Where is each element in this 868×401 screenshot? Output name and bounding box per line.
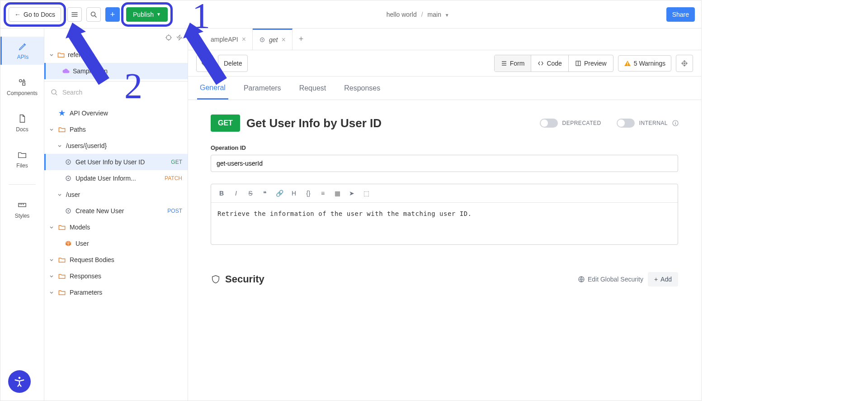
view-toggle: Form Code Preview [494,55,613,72]
breadcrumb-project[interactable]: hello world [387,11,417,18]
tab-get[interactable]: get × [253,29,292,50]
subtab-responses[interactable]: Responses [341,78,383,99]
collapse-icon[interactable] [176,34,183,41]
view-code[interactable]: Code [531,55,568,72]
list-icon[interactable]: ≡ [319,190,327,197]
rail-apis[interactable]: APIs [0,37,44,65]
cube-icon[interactable]: ⬚ [362,190,370,197]
tag-button[interactable] [196,55,213,72]
search-icon [90,11,97,18]
models-group[interactable]: Models [44,219,188,235]
description-content[interactable]: Retrieve the information of the user wit… [211,203,678,244]
parameters-group[interactable]: Parameters [44,284,188,301]
publish-button[interactable]: Publish ▼ [126,7,168,22]
crosshair-icon[interactable] [165,34,172,41]
search-input[interactable] [62,89,181,96]
star-icon [58,109,66,117]
breadcrumb-branch[interactable]: main ▼ [428,11,449,18]
rail-components[interactable]: Components [0,73,44,101]
chevron-down-icon: ▼ [156,12,161,17]
publish-label: Publish [133,11,154,18]
hamburger-icon [71,11,78,18]
arrow-left-icon: ← [14,11,21,18]
deprecated-toggle[interactable] [540,119,558,128]
op-get-user-info[interactable]: Get User Info by User ID GET [44,154,188,170]
book-icon [575,60,581,67]
link-icon[interactable]: 🔗 [275,190,283,197]
tab-label: ampleAPI [211,36,238,43]
tree-search[interactable] [44,83,188,101]
method-badge: POST [167,208,182,214]
add-security-button[interactable]: + Add [648,272,678,286]
target-icon [65,175,72,182]
edit-global-security[interactable]: Edit Global Security [578,276,643,283]
rail-files[interactable]: Files [0,145,44,173]
close-icon[interactable]: × [282,36,286,44]
rail-divider [9,184,36,185]
rail-styles[interactable]: Styles [0,196,44,224]
bold-icon[interactable]: B [217,190,226,197]
internal-label: INTERNAL [639,120,668,126]
endpoint-title[interactable]: Get User Info by User ID [246,116,382,130]
strike-icon[interactable]: S [246,190,255,197]
ruler-icon [17,200,27,210]
operation-id-label: Operation ID [211,144,679,151]
path-user[interactable]: /user [44,186,188,203]
internal-toggle[interactable] [617,119,635,128]
paths-group[interactable]: Paths [44,121,188,138]
responses-group[interactable]: Responses [44,268,188,284]
delete-button[interactable]: Delete [218,55,248,72]
cloud-icon [62,67,70,75]
search-icon [51,89,58,96]
breadcrumb-separator: / [421,11,423,18]
chevron-down-icon [49,273,54,279]
op-create-user[interactable]: Create New User POST [44,203,188,219]
send-icon[interactable]: ➤ [348,190,356,197]
chevron-down-icon [49,52,54,57]
subtab-general[interactable]: General [197,77,228,100]
svg-point-0 [91,12,95,16]
api-overview[interactable]: API Overview [44,105,188,121]
svg-rect-2 [23,83,25,86]
view-form[interactable]: Form [495,55,532,72]
tab-sampleapi[interactable]: ampleAPI × [188,29,253,50]
expand-button[interactable] [676,55,693,72]
shield-icon [211,274,221,284]
hamburger-button[interactable] [67,7,82,22]
folder-icon [58,223,66,231]
info-icon[interactable] [672,120,679,126]
view-preview[interactable]: Preview [569,55,613,72]
warning-icon [624,60,631,67]
subtab-request[interactable]: Request [297,78,329,99]
close-icon[interactable]: × [242,35,246,43]
subtab-parameters[interactable]: Parameters [241,78,284,99]
add-button[interactable]: + [105,7,120,22]
target-icon [65,158,72,166]
description-editor: B I S ❝ 🔗 H {} ≡ ▦ ➤ ⬚ Retrieve the info… [211,184,678,245]
warnings-button[interactable]: 5 Warnings [618,55,671,72]
italic-icon[interactable]: I [232,190,240,197]
folder-reference[interactable]: reference [44,47,188,63]
accessibility-button[interactable] [8,370,31,393]
braces-icon[interactable]: {} [304,190,312,197]
heading-icon[interactable]: H [290,190,298,197]
op-update-user[interactable]: Update User Inform... PATCH [44,170,188,186]
go-to-docs-button[interactable]: ← Go to Docs [9,7,61,22]
search-button[interactable] [86,7,101,22]
model-user[interactable]: User [44,235,188,252]
operation-id-input[interactable] [211,155,678,172]
request-bodies-group[interactable]: Request Bodies [44,252,188,268]
file-sampleapi[interactable]: Sample json [44,63,188,79]
table-icon[interactable]: ▦ [333,190,341,197]
share-button[interactable]: Share [666,7,695,22]
code-icon [538,60,544,67]
folder-icon [17,150,27,160]
accessibility-icon [13,375,26,388]
quote-icon[interactable]: ❝ [261,190,269,197]
rail-docs[interactable]: Docs [0,109,44,137]
path-users-userid[interactable]: /users/{userId} [44,138,188,154]
file-label: Sample json [73,67,108,75]
svg-point-5 [52,90,56,94]
add-tab-button[interactable]: + [292,34,310,44]
chevron-down-icon [49,257,54,263]
